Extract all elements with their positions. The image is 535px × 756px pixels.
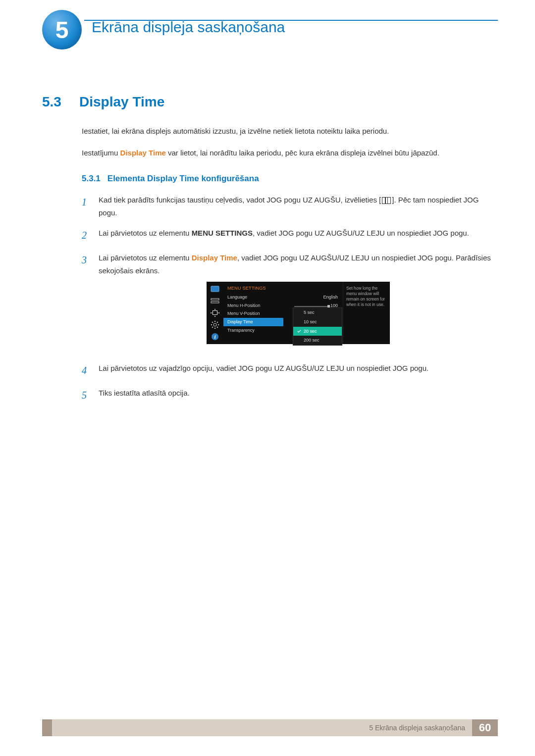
osd-option-20sec-selected: 20 sec bbox=[293, 327, 342, 336]
osd-dropdown: 5 sec 10 sec 20 sec 200 sec bbox=[293, 307, 342, 346]
chapter-number-badge: 5 bbox=[42, 10, 82, 50]
step-2: 2 Lai pārvietotos uz elementu MENU SETTI… bbox=[82, 227, 498, 244]
step-number: 2 bbox=[82, 227, 90, 244]
osd-header: MENU SETTINGS bbox=[223, 285, 343, 293]
info-icon: i bbox=[211, 333, 219, 340]
subsection-title: Elementa Display Time konfigurēšana bbox=[107, 174, 259, 184]
gear-icon bbox=[211, 321, 219, 328]
osd-option-5sec: 5 sec bbox=[293, 308, 342, 317]
list-icon bbox=[211, 298, 219, 304]
chapter-title: Ekrāna displeja saskaņošana bbox=[92, 19, 285, 36]
osd-help-text: Set how long the menu window will remain… bbox=[343, 282, 390, 344]
step-1: 1 Kad tiek parādīts funkcijas taustiņu c… bbox=[82, 194, 498, 219]
osd-row-language: Language English bbox=[223, 293, 343, 302]
step-number: 3 bbox=[82, 252, 90, 354]
osd-main-panel: MENU SETTINGS Language English Menu H-Po… bbox=[223, 282, 343, 344]
step-5: 5 Tiks iestatīta atlasītā opcija. bbox=[82, 387, 498, 403]
page-footer: 5 Ekrāna displeja saskaņošana 60 bbox=[42, 719, 498, 736]
term-display-time: Display Time bbox=[192, 253, 237, 262]
term-menu-settings: MENU SETTINGS bbox=[192, 229, 253, 237]
step-number: 1 bbox=[82, 194, 90, 219]
resize-icon bbox=[211, 309, 219, 316]
intro-paragraph-2: Iestatījumu Display Time var lietot, lai… bbox=[82, 147, 498, 159]
footer-accent bbox=[42, 719, 52, 736]
footer-label: 5 Ekrāna displeja saskaņošana bbox=[369, 724, 465, 732]
step-4: 4 Lai pārvietotos uz vajadzīgo opciju, v… bbox=[82, 362, 498, 379]
step-3: 3 Lai pārvietotos uz elementu Display Ti… bbox=[82, 252, 498, 354]
picture-icon bbox=[211, 286, 219, 293]
menu-icon bbox=[382, 197, 391, 204]
term-display-time: Display Time bbox=[120, 149, 166, 157]
step-number: 4 bbox=[82, 362, 90, 379]
osd-sidebar: i bbox=[207, 282, 223, 344]
osd-option-10sec: 10 sec bbox=[293, 317, 342, 327]
svg-rect-3 bbox=[213, 311, 217, 315]
section-title: Display Time bbox=[79, 94, 164, 110]
check-icon bbox=[297, 329, 301, 333]
step-number: 5 bbox=[82, 387, 90, 403]
page-number: 60 bbox=[472, 719, 498, 736]
svg-rect-1 bbox=[211, 299, 219, 300]
svg-rect-2 bbox=[211, 302, 219, 303]
slider-icon bbox=[294, 306, 329, 307]
intro-paragraph-1: Iestatiet, lai ekrāna displejs automātis… bbox=[82, 125, 498, 138]
osd-option-200sec: 200 sec bbox=[293, 336, 342, 345]
svg-point-4 bbox=[214, 323, 216, 326]
osd-screenshot: i MENU SETTINGS Language English Menu H-… bbox=[207, 282, 390, 344]
svg-rect-0 bbox=[211, 286, 219, 292]
subsection-number: 5.3.1 bbox=[82, 174, 101, 184]
section-number: 5.3 bbox=[42, 94, 69, 110]
osd-row-display-time: Display Time bbox=[223, 318, 283, 326]
